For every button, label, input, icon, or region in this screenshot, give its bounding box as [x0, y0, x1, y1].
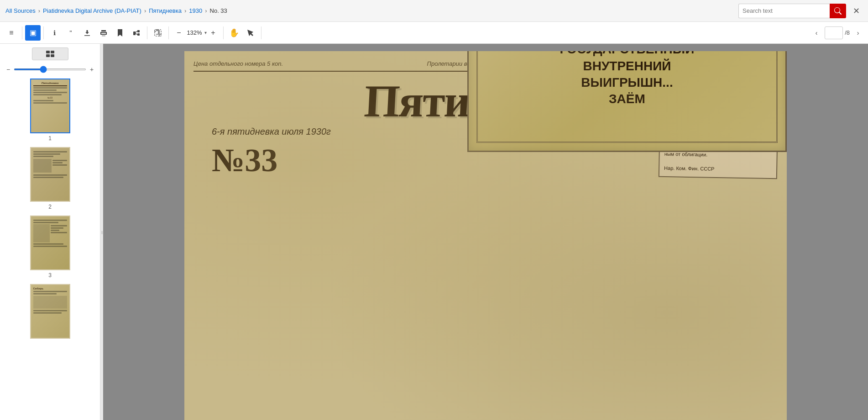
svg-rect-2 [137, 33, 140, 36]
bookmark-icon [117, 29, 123, 37]
left-panel: − + Пятидневка №33 [0, 44, 100, 420]
bond-title: ГОСУДАРСТВЕННЫЙВНУТРЕННИЙВЫИГРЫШН...ЗАЁМ [560, 51, 695, 108]
toolbar-divider-5 [223, 26, 224, 39]
breadcrumb-pyatidnevka[interactable]: Пятидневка [149, 7, 182, 14]
thumb-label-1: 1 [48, 135, 52, 142]
toolbar-divider-4 [168, 26, 169, 39]
svg-rect-9 [51, 54, 54, 57]
share-button[interactable] [129, 25, 144, 41]
breadcrumb-sep-4: › [205, 7, 207, 14]
svg-rect-1 [137, 30, 140, 32]
page-prev-button[interactable]: ‹ [810, 26, 823, 39]
page-total: /8 [845, 29, 850, 36]
toolbar-divider-6 [261, 26, 261, 39]
svg-rect-8 [46, 54, 50, 57]
breadcrumb-archive[interactable]: Piatidnevka Digital Archive (DA-PIAT) [43, 7, 141, 14]
crop-icon [154, 29, 162, 37]
price-text: Цена отдельного номера 5 коп. [193, 60, 283, 67]
download-button[interactable] [79, 25, 95, 41]
thumb-img-3 [30, 215, 70, 270]
download-icon [84, 29, 91, 37]
search-icon [834, 7, 842, 15]
breadcrumb-1930[interactable]: 1930 [189, 7, 202, 14]
breadcrumb-sep-1: › [38, 7, 40, 14]
thumbnail-1[interactable]: Пятидневка №33 1 [4, 79, 96, 142]
thumbnail-2[interactable]: 2 [4, 147, 96, 210]
breadcrumb-sep-2: › [144, 7, 146, 14]
panel-toggle-button[interactable]: ▣ [25, 25, 41, 41]
menu-button[interactable]: ≡ [4, 25, 19, 41]
thumb-label-3: 3 [48, 272, 52, 278]
slider-plus[interactable]: + [88, 66, 95, 73]
svg-line-4 [136, 33, 137, 35]
breadcrumb-no33: No. 33 [210, 7, 227, 14]
svg-rect-6 [46, 51, 50, 53]
thumb-label-2: 2 [48, 204, 52, 210]
crop-button[interactable] [150, 25, 166, 41]
toolbar-divider-3 [147, 26, 147, 39]
svg-rect-7 [51, 51, 54, 53]
search-input[interactable] [738, 4, 830, 18]
print-icon [100, 29, 107, 37]
info-button[interactable]: ℹ [47, 25, 62, 41]
zoom-value: 132% [185, 29, 204, 36]
zoom-dropdown-arrow: ▾ [204, 30, 207, 35]
bond-certificate: ГОСУДАРСТВЕННЫЙВНУТРЕННИЙВЫИГРЫШН...ЗАЁМ [467, 51, 787, 152]
grid-view-icon [46, 51, 54, 57]
thumbnails-list: Пятидневка №33 1 [0, 75, 100, 342]
panel-header [0, 44, 100, 64]
select-tool-button[interactable] [243, 25, 258, 41]
zoom-in-button[interactable]: + [208, 27, 219, 38]
zoom-display: − 132% ▾ + [172, 27, 220, 38]
close-button[interactable]: ✕ [850, 5, 863, 17]
share-icon [133, 29, 140, 37]
page-next-button[interactable]: › [852, 26, 864, 39]
cursor-icon [247, 30, 254, 36]
thumb-img-1: Пятидневка №33 [30, 79, 70, 133]
quote-button[interactable]: " [63, 25, 78, 41]
thumbnail-4[interactable]: Сибирь [4, 284, 96, 339]
search-area: ✕ [738, 4, 863, 18]
document-viewer[interactable]: Цена отдельного номера 5 коп. Пролетарии… [103, 44, 868, 420]
print-button[interactable] [96, 25, 111, 41]
thumbnail-3[interactable]: 3 [4, 215, 96, 278]
toolbar-divider-1 [22, 26, 22, 39]
breadcrumb-all-sources[interactable]: All Sources [5, 7, 36, 14]
page-navigation: ‹ 1 /8 › [810, 26, 864, 39]
document-page-1: Цена отдельного номера 5 коп. Пролетарии… [184, 51, 787, 420]
newspaper-content: Цена отдельного номера 5 коп. Пролетарии… [184, 51, 787, 189]
main-area: − + Пятидневка №33 [0, 44, 868, 420]
top-nav: All Sources › Piatidnevka Digital Archiv… [0, 0, 868, 22]
page-number-input[interactable]: 1 [825, 26, 843, 39]
toolbar: ≡ ▣ ℹ " − 132% ▾ + [0, 22, 868, 44]
bookmark-button[interactable] [112, 25, 128, 41]
slider-minus[interactable]: − [5, 66, 12, 73]
panel-view-button[interactable] [32, 47, 68, 60]
thumbnail-size-slider[interactable] [14, 68, 86, 70]
breadcrumb-sep-3: › [184, 7, 186, 14]
hand-tool-button[interactable]: ✋ [226, 25, 242, 41]
svg-rect-0 [133, 31, 136, 35]
thumb-img-4: Сибирь [30, 284, 70, 339]
toolbar-divider-2 [43, 26, 44, 39]
thumbnail-size-slider-row: − + [0, 64, 100, 75]
zoom-out-button[interactable]: − [173, 27, 184, 38]
search-button[interactable] [830, 4, 846, 18]
thumb-img-2 [30, 147, 70, 202]
svg-line-3 [136, 31, 137, 32]
